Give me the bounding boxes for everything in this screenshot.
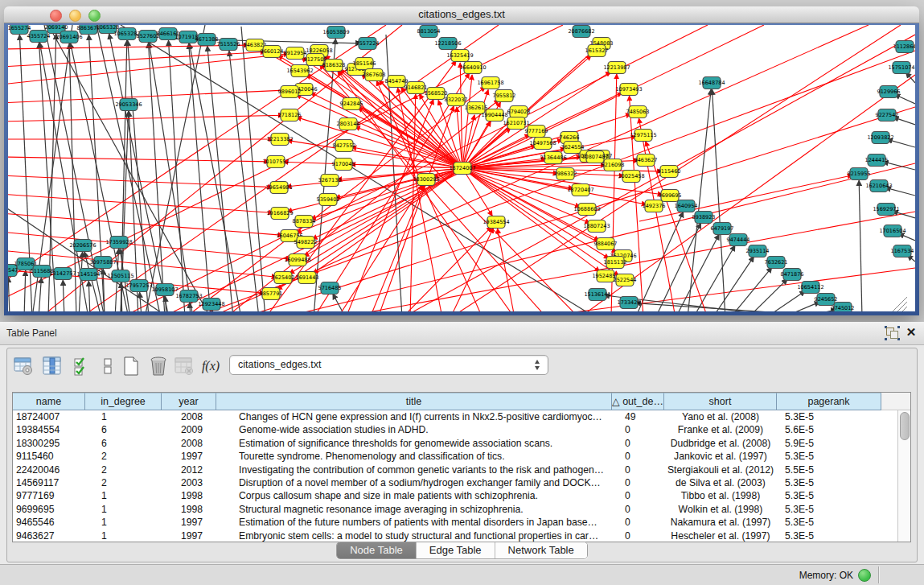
graph-node[interactable]: 12093822 (867, 132, 893, 144)
graph-node[interactable]: 1167534 (891, 245, 914, 257)
new-column-icon[interactable] (120, 355, 142, 377)
graph-node[interactable]: 3267130 (318, 175, 342, 187)
select-all-checkboxes-icon[interactable] (72, 355, 94, 377)
window-resize-grip[interactable] (893, 297, 907, 311)
graph-node[interactable]: 9129966 (877, 86, 901, 98)
graph-node[interactable]: 12218506 (434, 38, 461, 50)
citation-graph[interactable]: 1872400716552744355724206914020691406886… (8, 25, 915, 311)
graph-node[interactable]: 9115460 (658, 166, 681, 178)
graph-node[interactable]: 29053346 (115, 99, 142, 111)
graph-node[interactable]: 6794028 (507, 106, 531, 118)
graph-node[interactable]: 15692971 (873, 204, 899, 216)
graph-node[interactable]: 16325419 (446, 50, 473, 62)
table-row[interactable]: 977716911998Corpus callosum shape and si… (13, 489, 898, 502)
delete-column-icon[interactable] (147, 355, 170, 377)
graph-node[interactable]: 8427552 (333, 140, 356, 152)
select-columns-icon[interactable] (41, 355, 64, 377)
graph-node[interactable]: 9699695 (659, 190, 682, 202)
column-header-outde[interactable]: △ out_de… (612, 393, 664, 410)
graph-node[interactable]: 7625402 (272, 272, 295, 284)
table-row[interactable]: 969969511998Structural magnetic resonanc… (13, 503, 898, 516)
graph-node[interactable]: 9170045 (332, 159, 355, 171)
graph-node[interactable]: 16053809 (322, 27, 349, 39)
column-header-name[interactable]: name (13, 393, 85, 410)
close-panel-icon[interactable]: ✕ (905, 326, 918, 339)
table-row[interactable]: 1938455462009Genome-wide association stu… (13, 423, 898, 436)
table-row[interactable]: 1456911722003Disruption of a novel membe… (13, 476, 898, 489)
graph-node[interactable]: 1244415 (865, 154, 889, 167)
graph-node[interactable]: 7632621 (765, 257, 788, 269)
graph-node[interactable]: 1112864 (893, 41, 915, 53)
column-header-indegree[interactable]: in_degree (85, 393, 162, 410)
graph-node[interactable]: 7955812 (493, 90, 516, 102)
graph-node[interactable]: 8938923 (692, 212, 716, 224)
table-row[interactable]: 1830029562008Estimation of significance … (13, 437, 898, 450)
tab-network-table[interactable]: Network Table (495, 542, 587, 558)
graph-node[interactable]: 5716485 (318, 282, 342, 295)
graph-node[interactable]: 9896012 (278, 86, 302, 98)
network-canvas[interactable]: 1872400716552744355724206914020691406886… (8, 25, 915, 311)
graph-node[interactable]: 20206576 (69, 240, 96, 252)
scrollbar-thumb[interactable] (900, 412, 910, 440)
graph-node[interactable]: 9745012 (832, 303, 855, 312)
graph-node[interactable]: 16640910 (459, 62, 486, 74)
graph-node[interactable]: 8186328 (322, 60, 346, 72)
graph-node[interactable]: 19384554 (483, 216, 509, 229)
graph-node[interactable]: 12923448 (198, 299, 224, 311)
graph-node[interactable]: 9463627 (634, 154, 658, 167)
table-row[interactable]: 911546021997Tourette syndrome. Phenomeno… (13, 450, 898, 463)
graph-node[interactable]: 4355724 (27, 31, 51, 43)
graph-node[interactable]: 19166829 (266, 208, 293, 220)
table-row[interactable]: 1872400712008Changes of HCN gene express… (13, 410, 898, 423)
table-row[interactable]: 946554611997Estimation of the future num… (13, 516, 898, 529)
graph-node[interactable]: 7485063 (626, 106, 650, 118)
graph-node[interactable]: 5498222 (294, 237, 318, 249)
graph-node[interactable]: 16648784 (698, 77, 725, 89)
graph-node[interactable]: 10025458 (618, 171, 644, 183)
graph-node[interactable]: 1640954 (675, 200, 698, 212)
graph-node[interactable]: 8813054 (417, 26, 441, 38)
graph-node[interactable]: 16210643 (865, 180, 892, 192)
graph-node[interactable]: 20876682 (568, 26, 594, 38)
function-builder-icon[interactable]: f(x) (199, 355, 223, 377)
column-header-pagerank[interactable]: pagerank (777, 393, 881, 410)
column-header-year[interactable]: year (162, 393, 216, 410)
graph-node[interactable]: 2867608 (363, 69, 386, 81)
graph-node[interactable]: 15751074 (888, 62, 914, 74)
graph-node[interactable]: 16961758 (477, 77, 503, 89)
graph-node[interactable]: 9777169 (525, 126, 548, 138)
graph-node[interactable]: 2718126 (278, 109, 302, 122)
column-header-title[interactable]: title (216, 393, 612, 410)
graph-node[interactable]: 6479197 (711, 223, 734, 235)
graph-node[interactable]: 1492376 (643, 200, 666, 212)
table-vertical-scrollbar[interactable] (897, 410, 910, 542)
graph-node[interactable]: 4671388 (195, 34, 219, 46)
graph-node[interactable]: 2522544 (614, 274, 637, 286)
graph-node[interactable]: 1615327 (585, 45, 609, 57)
graph-node[interactable]: 8471876 (781, 269, 804, 281)
graph-node[interactable]: 1691443 (296, 272, 319, 284)
graph-node[interactable]: 7515526 (217, 39, 240, 51)
table-row[interactable]: 2242004622012Investigating the contribut… (13, 463, 898, 476)
table-selector-combobox[interactable]: citations_edges.txt (229, 355, 548, 375)
graph-node[interactable]: 9474444 (727, 234, 750, 246)
graph-node[interactable]: 5359402 (317, 194, 340, 206)
graph-node[interactable]: 9660124 (261, 46, 284, 58)
graph-node[interactable]: 12213987 (603, 62, 630, 74)
float-panel-icon[interactable] (886, 328, 898, 339)
graph-node[interactable]: 1145194 (77, 269, 101, 281)
graph-node[interactable]: 9857791 (260, 288, 283, 300)
table-row[interactable]: 946362711997Embryonic stem cells: a mode… (13, 529, 898, 542)
graph-node[interactable]: 8215955 (848, 168, 871, 180)
network-window-titlebar[interactable]: citations_edges.txt (4, 6, 919, 23)
graph-node[interactable]: 2986322 (554, 168, 577, 180)
graph-node[interactable]: 6216098 (602, 159, 625, 171)
tab-edge-table[interactable]: Edge Table (417, 542, 495, 558)
table-options-icon[interactable] (12, 355, 35, 377)
graph-node[interactable]: 1851546 (353, 58, 376, 70)
graph-node[interactable]: 15136141 (584, 289, 610, 301)
toggle-rows-icon[interactable] (97, 355, 120, 377)
graph-node[interactable]: 12505115 (107, 270, 133, 282)
graph-node[interactable]: 1815132 (604, 257, 627, 269)
graph-node[interactable]: 7557224 (356, 38, 380, 50)
